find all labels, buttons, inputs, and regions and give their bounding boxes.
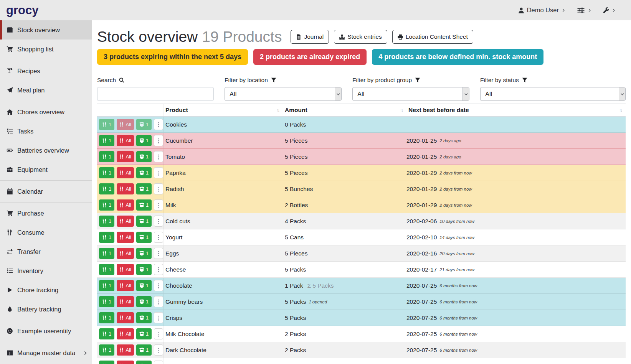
stock-entries-button[interactable]: Stock entries [334,30,387,44]
row-menu-button[interactable]: ⋮ [154,328,163,339]
consume-one-button[interactable]: 1 [99,280,114,291]
sort-icon[interactable]: ↑↓ [619,108,622,112]
location-filter-select[interactable]: All [225,87,342,101]
consume-all-button[interactable]: All [117,199,134,211]
row-menu-button[interactable]: ⋮ [154,344,163,356]
row-menu-button[interactable]: ⋮ [154,119,163,130]
open-one-button[interactable]: 1 [136,296,152,307]
open-one-button[interactable]: 1 [136,232,152,243]
row-menu-button[interactable]: ⋮ [154,264,163,275]
consume-one-button[interactable]: 1 [99,135,114,146]
row-menu-button[interactable]: ⋮ [154,280,163,291]
consume-all-button[interactable]: All [117,264,134,275]
open-one-button[interactable]: 1 [136,119,152,130]
row-menu-button[interactable]: ⋮ [154,232,163,243]
consume-one-button[interactable]: 1 [99,264,114,275]
user-menu[interactable]: Demo User [518,7,565,14]
open-one-button[interactable]: 1 [136,280,152,291]
row-menu-button[interactable]: ⋮ [154,216,163,227]
sidebar-item-battery-tracking[interactable]: Battery tracking [0,300,92,319]
sidebar-item-chores-overview[interactable]: Chores overview [0,102,92,122]
consume-one-button[interactable]: 1 [99,183,114,194]
row-menu-button[interactable]: ⋮ [154,296,163,307]
consume-all-button[interactable]: All [117,361,134,364]
consume-all-button[interactable]: All [117,344,134,356]
consume-one-button[interactable]: 1 [99,312,114,323]
open-one-button[interactable]: 1 [136,216,152,227]
consume-one-button[interactable]: 1 [99,151,114,162]
product-group-filter-select[interactable]: All [352,87,469,101]
alert-badge-3[interactable]: 4 products are below defined min. stock … [372,49,543,65]
open-one-button[interactable]: 1 [136,135,152,146]
row-menu-button[interactable]: ⋮ [154,312,163,323]
consume-all-button[interactable]: All [117,119,134,130]
open-one-button[interactable]: 1 [136,344,152,356]
row-menu-button[interactable]: ⋮ [154,167,163,178]
open-one-button[interactable]: 1 [136,328,152,339]
sidebar-item-stock-overview[interactable]: Stock overview [0,20,92,40]
open-one-button[interactable]: 1 [136,167,152,178]
consume-all-button[interactable]: All [117,296,134,307]
sidebar-item-recipes[interactable]: Recipes [0,61,92,81]
alert-badge-1[interactable]: 3 products expiring within the next 5 da… [97,49,248,65]
app-logo[interactable]: grocy [6,3,38,17]
sidebar-item-purchase[interactable]: Purchase [0,204,92,223]
consume-one-button[interactable]: 1 [99,216,114,227]
consume-one-button[interactable]: 1 [99,248,114,259]
row-menu-button[interactable]: ⋮ [154,361,163,364]
sidebar-item-calendar[interactable]: Calendar [0,182,92,201]
consume-all-button[interactable]: All [117,280,134,291]
open-one-button[interactable]: 1 [136,183,152,194]
open-one-button[interactable]: 1 [136,151,152,162]
amount-cell: 5 Bunches [283,181,406,197]
consume-one-button[interactable]: 1 [99,119,114,130]
consume-one-button[interactable]: 1 [99,199,114,211]
consume-all-button[interactable]: All [117,135,134,146]
open-one-button[interactable]: 1 [136,312,152,323]
row-menu-button[interactable]: ⋮ [154,151,163,162]
consume-all-button[interactable]: All [117,232,134,243]
status-filter-select[interactable]: All [480,87,626,101]
sidebar-item-example-userentity[interactable]: Example userentity [0,321,92,341]
button-label: 1 [109,138,111,143]
sort-icon[interactable]: ↑↓ [276,108,279,112]
sort-icon[interactable]: ↑↓ [400,108,403,112]
consume-one-button[interactable]: 1 [99,167,114,178]
open-one-button[interactable]: 1 [136,199,152,211]
consume-one-button[interactable]: 1 [99,328,114,339]
sidebar-item-consume[interactable]: Consume [0,223,92,242]
sidebar-item-meal-plan[interactable]: Meal plan [0,81,92,100]
open-one-button[interactable]: 1 [136,361,152,364]
consume-all-button[interactable]: All [117,248,134,259]
consume-one-button[interactable]: 1 [99,296,114,307]
journal-button[interactable]: Journal [291,30,329,44]
open-one-button[interactable]: 1 [136,248,152,259]
location-content-sheet-button[interactable]: Location Content Sheet [392,30,473,44]
sidebar-item-tasks[interactable]: Tasks [0,122,92,141]
consume-all-button[interactable]: All [117,167,134,178]
consume-all-button[interactable]: All [117,312,134,323]
sidebar-item-manage-master-data[interactable]: Manage master data [0,343,92,362]
consume-one-button[interactable]: 1 [99,344,114,356]
settings-menu[interactable] [577,7,591,14]
consume-all-button[interactable]: All [117,328,134,339]
consume-all-button[interactable]: All [117,151,134,162]
alert-badge-2[interactable]: 2 products are already expired [253,49,367,65]
consume-one-button[interactable]: 1 [99,232,114,243]
row-menu-button[interactable]: ⋮ [154,183,163,194]
sidebar-item-equipment[interactable]: Equipment [0,160,92,179]
row-menu-button[interactable]: ⋮ [154,248,163,259]
consume-all-button[interactable]: All [117,216,134,227]
sidebar-item-inventory[interactable]: Inventory [0,261,92,280]
sidebar-item-chore-tracking[interactable]: Chore tracking [0,280,92,300]
admin-menu[interactable] [603,7,616,13]
sidebar-item-shopping-list[interactable]: Shopping list [0,40,92,59]
search-input[interactable] [97,87,214,101]
consume-all-button[interactable]: All [117,183,134,194]
sidebar-item-transfer[interactable]: Transfer [0,242,92,261]
row-menu-button[interactable]: ⋮ [154,135,163,146]
row-menu-button[interactable]: ⋮ [154,199,163,211]
sidebar-item-batteries-overview[interactable]: Batteries overview [0,141,92,160]
consume-one-button[interactable]: 1 [99,361,114,364]
open-one-button[interactable]: 1 [136,264,152,275]
